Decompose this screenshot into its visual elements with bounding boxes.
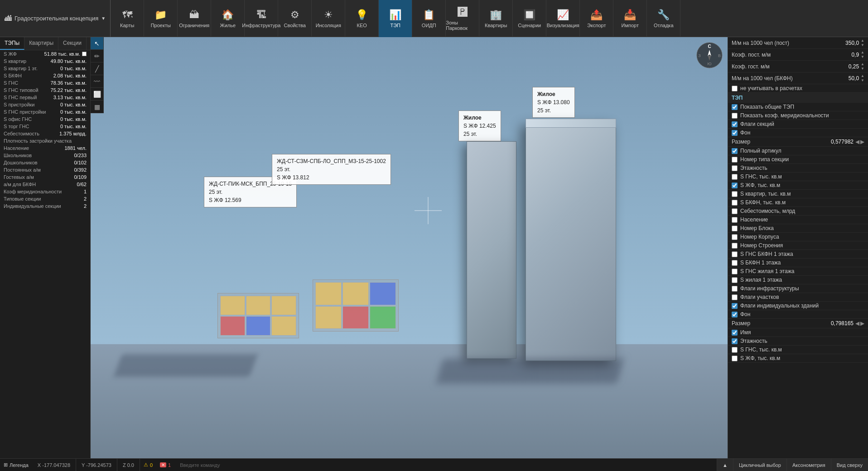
toolbar-tool-infrastruktura[interactable]: 🏗Инфраструктура	[245, 0, 278, 37]
toolbar-tool-stsenarii[interactable]: 🔲Сценарии	[513, 0, 546, 37]
rp-tep-item-input-9[interactable]	[732, 226, 738, 231]
rp-tep-item-label-5: S квартир, тыс. кв.м	[740, 191, 791, 197]
toolbar-tool-kvartiry[interactable]: 🏢Квартиры	[479, 0, 513, 37]
left-tool-area[interactable]: ⬜	[91, 88, 103, 101]
rp-tep-item-input-8[interactable]	[732, 217, 738, 223]
left-tool-line[interactable]: ╱	[91, 62, 103, 75]
rp-tep-item-input-1[interactable]	[732, 157, 738, 163]
status-btn-up[interactable]: ▲	[717, 459, 733, 471]
rp-tep-item-input-0[interactable]	[732, 148, 738, 154]
rp-tep-item-input-6[interactable]	[732, 200, 738, 206]
rp-tep-item-input-4[interactable]	[732, 183, 738, 188]
toolbar-tool-zony_parkovok[interactable]: 🅿Зоны Парковок	[446, 0, 479, 37]
left-tool-pencil[interactable]: ✏	[91, 50, 103, 62]
compass[interactable]: С Ю З В	[696, 42, 723, 69]
panel-tab-тэпы[interactable]: ТЭПы	[0, 37, 24, 50]
left-tool-polyline[interactable]: 〰	[91, 75, 103, 88]
rp-mm-bkfn-arrows[interactable]: ▲ ▼	[861, 74, 864, 82]
rp-bottom-cb-input-2[interactable]	[732, 347, 738, 353]
toolbar-tool-karty[interactable]: 🗺Карты	[111, 0, 144, 37]
rp-tep-item-input-13[interactable]	[732, 260, 738, 266]
rp-checkbox-ne-uchityvat-input[interactable]	[732, 86, 738, 91]
rp-koef-post-arrows[interactable]: ▲ ▼	[861, 50, 864, 59]
rp-koef-gost-arrows[interactable]: ▲ ▼	[861, 62, 864, 71]
rp-tep-item-7[interactable]: Себестоимость, млрд	[728, 207, 868, 216]
rp-tep-cb-1[interactable]: Показать коэф. меридиональности	[728, 111, 868, 120]
rp-tep-item-input-17[interactable]	[732, 294, 738, 300]
rp-tep-item-input-16[interactable]	[732, 286, 738, 292]
rp-tep-item-input-11[interactable]	[732, 243, 738, 249]
toolbar-tool-svoystva[interactable]: ⚙Свойства	[278, 0, 312, 37]
toolbar-tool-ogranicheniya[interactable]: 🏔Ограничения	[178, 0, 211, 37]
rp-tep-item-12[interactable]: S ГНС БКФН 1 этажа	[728, 250, 868, 259]
rp-tep-item-3[interactable]: S ГНС, тыс. кв.м	[728, 173, 868, 181]
rp-tep-cb-input-3[interactable]	[732, 130, 738, 136]
rp-tep-item-input-10[interactable]	[732, 234, 738, 240]
rp-tep-item-input-19[interactable]	[732, 312, 738, 317]
rp-tep-item-13[interactable]: S БКФН 1 этажа	[728, 259, 868, 267]
toolbar-tool-vizualizatsiya[interactable]: 📈Визуализация	[546, 0, 580, 37]
left-tool-cursor[interactable]: ↖	[91, 37, 103, 50]
rp-tep-item-11[interactable]: Номер Строения	[728, 241, 868, 250]
rp-bottom-cb-input-0[interactable]	[732, 330, 738, 336]
rp-tep-cb-input-1[interactable]	[732, 113, 738, 119]
rp-mm-arrows[interactable]: ▲ ▼	[861, 38, 864, 47]
rp-tep-item-15[interactable]: S жилая 1 этажа	[728, 276, 868, 284]
rp-tep-item-9[interactable]: Номер Блока	[728, 224, 868, 233]
rp-tep-cb-3[interactable]: Фон	[728, 129, 868, 137]
rp-tep-item-14[interactable]: S ГНС жилая 1 этажа	[728, 267, 868, 276]
rp-tep-cb-input-0[interactable]	[732, 104, 738, 110]
toolbar-tool-import[interactable]: 📥Импорт	[613, 0, 647, 37]
rp-tep-item-input-14[interactable]	[732, 269, 738, 274]
left-stats: S квартир49.80 тыс. кв.м.S квартир 1 эт.…	[0, 58, 90, 210]
status-btn-cyclic[interactable]: Цикличный выбор	[733, 459, 786, 471]
rp-tep-cb-2[interactable]: Флаги секций	[728, 120, 868, 129]
status-btn-top[interactable]: Вид сверху	[831, 459, 868, 471]
rp-tep-item-16[interactable]: Флаги инфраструктуры	[728, 284, 868, 293]
rp-bottom-cb-2[interactable]: S ГНС, тыс. кв.м	[728, 346, 868, 354]
toolbar-tool-proekty[interactable]: 📁Проекты	[144, 0, 178, 37]
rp-bottom-cb-1[interactable]: Этажность	[728, 337, 868, 346]
rp-bottom-cb-input-1[interactable]	[732, 338, 738, 344]
toolbar-tool-eksport[interactable]: 📤Экспорт	[580, 0, 613, 37]
rp-checkbox-ne-uchityvat[interactable]: не учитывать в расчетах	[728, 84, 868, 93]
toolbar-tool-insolyatsiya[interactable]: ☀Инсоляция	[312, 0, 345, 37]
rp-tep-item-input-5[interactable]	[732, 191, 738, 197]
rp-tep-item-18[interactable]: Флаги индивидуальных зданий	[728, 302, 868, 310]
rp-tep-item-input-7[interactable]	[732, 208, 738, 214]
panel-tab-секции[interactable]: Секции	[58, 37, 87, 50]
status-legend[interactable]: ⊞ Легенда	[0, 462, 32, 468]
rp-tep-item-0[interactable]: Полный артикул	[728, 147, 868, 155]
title-dropdown-icon[interactable]: ▼	[101, 16, 106, 21]
rp-tep-item-input-15[interactable]	[732, 277, 738, 283]
rp-tep-item-4[interactable]: S ЖФ, тыс. кв.м	[728, 181, 868, 190]
rp-tep-item-8[interactable]: Население	[728, 216, 868, 224]
left-tool-hatch[interactable]: ▦	[91, 101, 103, 113]
rp-size-arrows-1[interactable]: ◀ ▶	[855, 139, 864, 145]
rp-tep-cb-0[interactable]: Показать общие ТЭП	[728, 103, 868, 111]
rp-size-arrows-2[interactable]: ◀ ▶	[855, 320, 864, 327]
rp-tep-item-1[interactable]: Номер типа секции	[728, 155, 868, 164]
status-btn-axono[interactable]: Аксонометрия	[786, 459, 831, 471]
panel-tab-квартиры[interactable]: Квартиры	[24, 37, 58, 50]
rp-bottom-cb-input-3[interactable]	[732, 356, 738, 361]
rp-tep-item-input-2[interactable]	[732, 165, 738, 171]
rp-tep-item-2[interactable]: Этажность	[728, 164, 868, 173]
rp-tep-item-6[interactable]: S БКФН, тыс. кв.м	[728, 198, 868, 207]
rp-tep-item-10[interactable]: Номер Корпуса	[728, 233, 868, 241]
rp-tep-item-input-18[interactable]	[732, 303, 738, 309]
toolbar-tool-tep[interactable]: 📊ТЭП	[379, 0, 412, 37]
rp-tep-cb-input-2[interactable]	[732, 121, 738, 127]
toolbar-tool-keo[interactable]: 💡КЕО	[345, 0, 379, 37]
toolbar-tool-zhiloe[interactable]: 🏠Жилье	[211, 0, 245, 37]
rp-tep-item-17[interactable]: Флаги участков	[728, 293, 868, 302]
rp-tep-item-5[interactable]: S квартир, тыс. кв.м	[728, 190, 868, 198]
toolbar-tool-oidp[interactable]: 📋ОИДП	[412, 0, 446, 37]
rp-bottom-cb-0[interactable]: Имя	[728, 328, 868, 337]
rp-tep-item-19[interactable]: Фон	[728, 310, 868, 319]
rp-tep-item-input-3[interactable]	[732, 174, 738, 180]
viewport[interactable]: ЖД-СТ-ПИК-МСК_БПП_25-10-15 25 эт. S ЖФ 1…	[91, 37, 728, 471]
rp-bottom-cb-3[interactable]: S ЖФ, тыс. кв.м	[728, 354, 868, 363]
toolbar-tool-otladka[interactable]: 🔧Отладка	[647, 0, 680, 37]
rp-tep-item-input-12[interactable]	[732, 251, 738, 257]
